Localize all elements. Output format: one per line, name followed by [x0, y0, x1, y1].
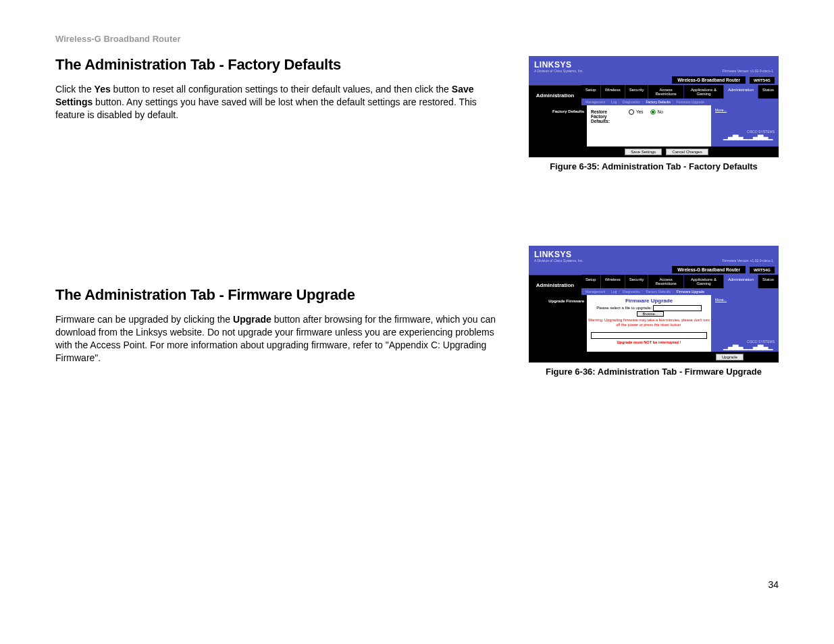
- subtab-factory-defaults[interactable]: Factory Defaults: [646, 290, 671, 294]
- tab-wireless[interactable]: Wireless: [601, 275, 625, 288]
- left-main-label: Administration: [529, 275, 581, 295]
- figure-factory-defaults: LINKSYS A Division of Cisco Systems, Inc…: [529, 56, 779, 157]
- select-file-row: Please select a file to upgrade: Browse.…: [587, 305, 711, 317]
- tab-administration[interactable]: Administration: [724, 275, 758, 288]
- cancel-changes-button[interactable]: Cancel Changes: [666, 149, 708, 155]
- section2-title: The Administration Tab - Firmware Upgrad…: [55, 286, 509, 304]
- product-model: WRT54G: [750, 77, 775, 84]
- more-link[interactable]: More...: [715, 298, 727, 302]
- page-number: 34: [768, 579, 779, 590]
- warning-text: Warning: Upgrading firmware may take a f…: [587, 318, 711, 327]
- section1-title: The Administration Tab - Factory Default…: [55, 56, 509, 74]
- logo-subtitle: A Division of Cisco Systems, Inc.: [534, 259, 583, 263]
- tab-applications-gaming[interactable]: Applications & Gaming: [684, 275, 724, 288]
- text: Firmware can be upgraded by clicking the: [55, 314, 233, 325]
- firmware-version: Firmware Version: v1.02.0-cisco-1: [722, 69, 773, 73]
- browse-button[interactable]: Browse...: [637, 311, 664, 317]
- document-header: Wireless-G Broadband Router: [55, 34, 779, 44]
- figure1-caption: Figure 6-35: Administration Tab - Factor…: [529, 161, 779, 171]
- text: Click the: [55, 84, 95, 95]
- subtab-factory-defaults[interactable]: Factory Defaults: [646, 100, 671, 104]
- panel-section-label: Upgrade Firmware: [529, 295, 587, 352]
- logo-subtitle: A Division of Cisco Systems, Inc.: [534, 70, 583, 73]
- more-link[interactable]: More...: [715, 108, 727, 112]
- section1-body: Click the Yes button to reset all config…: [55, 83, 509, 122]
- subtab-management[interactable]: Management: [585, 100, 605, 104]
- file-input[interactable]: [653, 305, 702, 311]
- warning-interrupt: Upgrade must NOT be interrupted !: [587, 340, 711, 344]
- radio-yes[interactable]: Yes: [629, 109, 644, 115]
- tab-access-restrictions[interactable]: Access Restrictions: [648, 275, 684, 288]
- save-settings-button[interactable]: Save Settings: [625, 149, 662, 155]
- text: button. Any settings you have saved will…: [55, 97, 477, 120]
- panel-section-label: Factory Defaults: [529, 105, 587, 146]
- bold-upgrade: Upgrade: [233, 314, 271, 325]
- tab-security[interactable]: Security: [625, 275, 649, 288]
- bold-yes: Yes: [95, 84, 111, 95]
- tab-access-restrictions[interactable]: Access Restrictions: [648, 85, 684, 99]
- subtab-log[interactable]: Log: [611, 100, 617, 104]
- tab-administration[interactable]: Administration: [724, 85, 758, 99]
- upgrade-button[interactable]: Upgrade: [716, 354, 744, 360]
- tab-wireless[interactable]: Wireless: [601, 85, 625, 99]
- subtab-diagnostics[interactable]: Diagnostics: [623, 290, 640, 294]
- firmware-version: Firmware Version: v1.02.0-cisco-1: [722, 259, 773, 263]
- linksys-logo: LINKSYS: [534, 60, 583, 70]
- restore-label: Restore Factory Defaults:: [591, 109, 622, 124]
- subtab-management[interactable]: Management: [585, 290, 605, 294]
- tab-setup[interactable]: Setup: [581, 85, 601, 99]
- left-main-label: Administration: [529, 85, 581, 105]
- product-model: WRT54G: [750, 267, 775, 273]
- subtab-firmware-upgrade[interactable]: Firmware Upgrade: [677, 290, 704, 294]
- radio-no[interactable]: No: [650, 109, 663, 115]
- product-name: Wireless-G Broadband Router: [672, 266, 746, 273]
- tab-status[interactable]: Status: [758, 275, 779, 288]
- linksys-logo: LINKSYS: [534, 250, 583, 259]
- product-name: Wireless-G Broadband Router: [672, 76, 746, 84]
- cisco-logo: CISCO SYSTEMS ▁▃▅▃▁ ▁▃▅▃▁: [723, 128, 775, 139]
- subtab-log[interactable]: Log: [611, 290, 617, 294]
- firmware-upgrade-title: Firmware Upgrade: [587, 295, 711, 305]
- subtab-firmware-upgrade[interactable]: Firmware Upgrade: [677, 100, 704, 104]
- tab-setup[interactable]: Setup: [581, 275, 601, 288]
- sub-tabs: Management| Log| Diagnostics| Factory De…: [581, 288, 779, 295]
- figure2-caption: Figure 6-36: Administration Tab - Firmwa…: [529, 367, 779, 377]
- section2-body: Firmware can be upgraded by clicking the…: [55, 313, 509, 365]
- subtab-diagnostics[interactable]: Diagnostics: [623, 100, 640, 104]
- cisco-logo: CISCO SYSTEMS ▁▃▅▃▁ ▁▃▅▃▁: [723, 338, 775, 349]
- tab-security[interactable]: Security: [625, 85, 649, 99]
- tab-status[interactable]: Status: [758, 85, 779, 99]
- select-file-label: Please select a file to upgrade:: [596, 306, 652, 311]
- tab-applications-gaming[interactable]: Applications & Gaming: [684, 85, 724, 99]
- text: button to reset all configuration settin…: [111, 84, 452, 95]
- figure-firmware-upgrade: LINKSYS A Division of Cisco Systems, Inc…: [529, 246, 779, 363]
- progress-bar: [591, 332, 707, 339]
- sub-tabs: Management| Log| Diagnostics| Factory De…: [581, 99, 779, 105]
